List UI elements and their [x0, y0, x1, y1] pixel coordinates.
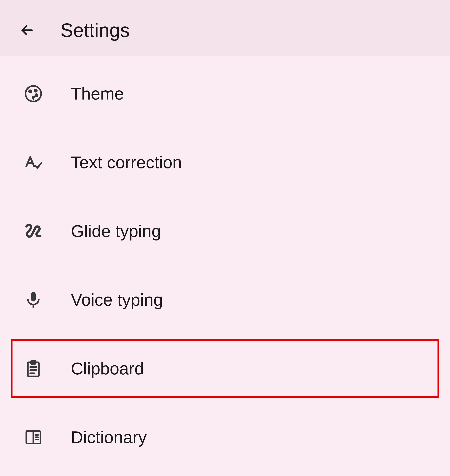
- list-item-label: Dictionary: [71, 428, 147, 447]
- list-item-clipboard[interactable]: Clipboard: [11, 339, 439, 398]
- list-item-glide-typing[interactable]: Glide typing: [12, 202, 438, 260]
- palette-icon: [23, 83, 44, 104]
- svg-point-4: [35, 94, 37, 96]
- mic-icon: [23, 289, 44, 310]
- svg-point-3: [35, 89, 37, 92]
- list-item-label: Glide typing: [71, 221, 161, 241]
- gesture-icon: [23, 221, 44, 241]
- list-item-dictionary[interactable]: Dictionary: [12, 408, 438, 466]
- back-button[interactable]: [17, 20, 37, 41]
- list-item-voice-typing[interactable]: Voice typing: [12, 271, 438, 329]
- text-correction-icon: [23, 152, 44, 173]
- page-title: Settings: [60, 19, 130, 41]
- header: Settings: [0, 0, 450, 56]
- list-item-text-correction[interactable]: Text correction: [12, 133, 438, 192]
- svg-point-2: [29, 90, 31, 93]
- dictionary-icon: [23, 427, 44, 448]
- clipboard-icon: [23, 358, 44, 379]
- settings-list: Theme Text correction Glide typing Voice: [0, 56, 450, 466]
- list-item-theme[interactable]: Theme: [12, 65, 438, 123]
- list-item-label: Theme: [71, 84, 124, 104]
- list-item-label: Clipboard: [71, 359, 144, 378]
- arrow-left-icon: [20, 23, 34, 37]
- svg-rect-7: [31, 361, 36, 364]
- list-item-label: Voice typing: [71, 290, 163, 310]
- list-item-label: Text correction: [71, 153, 182, 172]
